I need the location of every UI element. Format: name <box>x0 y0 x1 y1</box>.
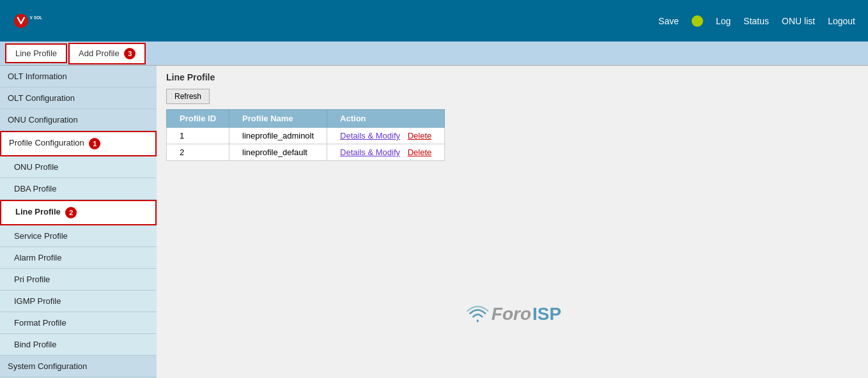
table-body: 1 lineprofile_adminolt Details & Modify … <box>167 128 445 161</box>
sidebar-item-onu-profile[interactable]: ONU Profile <box>0 156 157 178</box>
sidebar-item-olt-information[interactable]: OLT Information <box>0 66 157 87</box>
delete-link-2[interactable]: Delete <box>408 147 432 157</box>
profile-name-1: lineprofile_adminolt <box>229 128 327 144</box>
sidebar-item-dba-profile[interactable]: DBA Profile <box>0 178 157 200</box>
vsol-logo: V · SOL <box>13 5 48 37</box>
svg-point-0 <box>14 13 28 27</box>
sidebar-item-pri-profile[interactable]: Pri Profile <box>0 269 157 291</box>
status-indicator <box>692 15 703 27</box>
page-title: Line Profile <box>166 72 858 82</box>
watermark-foro: Foro <box>492 304 531 324</box>
refresh-button[interactable]: Refresh <box>166 89 210 104</box>
sidebar-item-line-profile[interactable]: Line Profile 2 <box>0 200 157 225</box>
table-row: 2 lineprofile_default Details & Modify D… <box>167 144 445 161</box>
col-profile-id: Profile ID <box>167 110 229 128</box>
logo-area: V · SOL <box>13 5 53 37</box>
watermark-isp: ISP <box>532 304 561 324</box>
sidebar-item-alarm-profile[interactable]: Alarm Profile <box>0 247 157 269</box>
tab-line-profile[interactable]: Line Profile <box>5 43 67 63</box>
sidebar-item-olt-configuration[interactable]: OLT Configuration <box>0 87 157 109</box>
tab-add-profile[interactable]: Add Profile 3 <box>68 43 146 64</box>
save-label: Save <box>658 16 679 26</box>
action-cell-2: Details & Modify Delete <box>327 144 445 161</box>
sidebar-item-format-profile[interactable]: Format Profile <box>0 312 157 334</box>
profile-configuration-badge: 1 <box>89 138 100 149</box>
sidebar: OLT Information OLT Configuration ONU Co… <box>0 66 157 378</box>
sidebar-item-system-configuration[interactable]: System Configuration <box>0 356 157 377</box>
sidebar-item-profile-configuration[interactable]: Profile Configuration 1 <box>0 131 157 156</box>
sidebar-item-bind-profile[interactable]: Bind Profile <box>0 334 157 356</box>
svg-text:SOL: SOL <box>34 15 42 20</box>
layout: OLT Information OLT Configuration ONU Co… <box>0 66 868 378</box>
details-modify-link-1[interactable]: Details & Modify <box>340 131 400 140</box>
details-modify-link-2[interactable]: Details & Modify <box>340 147 400 157</box>
profile-name-2: lineprofile_default <box>229 144 327 161</box>
sidebar-item-onu-configuration[interactable]: ONU Configuration <box>0 109 157 131</box>
col-profile-name: Profile Name <box>229 110 327 128</box>
profile-table: Profile ID Profile Name Action 1 linepro… <box>166 109 445 161</box>
sidebar-item-igmp-profile[interactable]: IGMP Profile <box>0 291 157 312</box>
col-action: Action <box>327 110 445 128</box>
action-cell-1: Details & Modify Delete <box>327 128 445 144</box>
profile-id-1: 1 <box>167 128 229 144</box>
table-row: 1 lineprofile_adminolt Details & Modify … <box>167 128 445 144</box>
sidebar-item-service-profile[interactable]: Service Profile <box>0 225 157 247</box>
main-content: Line Profile Refresh Profile ID Profile … <box>157 66 868 378</box>
line-profile-badge: 2 <box>65 207 77 218</box>
delete-link-1[interactable]: Delete <box>408 131 432 140</box>
status-link[interactable]: Status <box>743 16 769 26</box>
log-link[interactable]: Log <box>716 16 731 26</box>
tab-bar: Line Profile Add Profile 3 <box>0 42 868 66</box>
wifi-icon <box>465 301 490 327</box>
svg-text:·: · <box>32 17 33 20</box>
logout-link[interactable]: Logout <box>828 16 855 26</box>
add-profile-badge: 3 <box>124 48 136 59</box>
profile-id-2: 2 <box>167 144 229 161</box>
header: V · SOL Save Log Status ONU list Logout <box>0 0 868 42</box>
onu-list-link[interactable]: ONU list <box>782 16 815 26</box>
watermark: Foro ISP <box>463 301 561 327</box>
header-right: Save Log Status ONU list Logout <box>658 15 855 27</box>
